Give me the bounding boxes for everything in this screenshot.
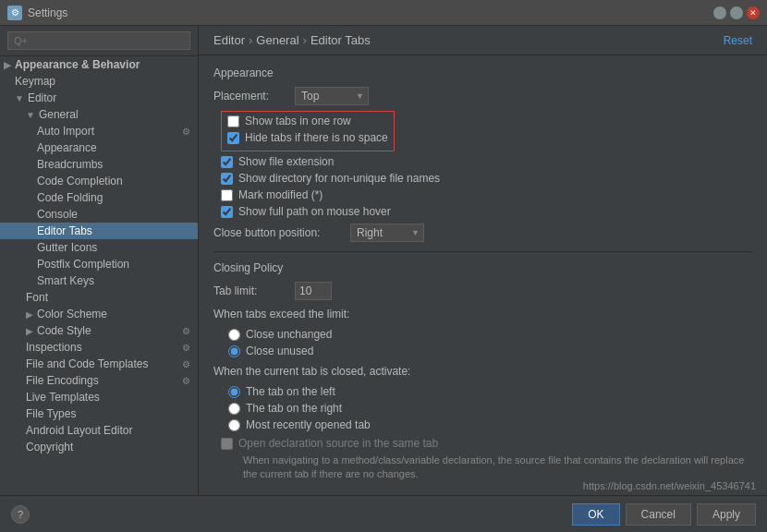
- minimize-button[interactable]: [713, 6, 726, 19]
- sidebar-item-gutter-icons[interactable]: Gutter Icons: [0, 239, 198, 256]
- open-declaration-row: Open declaration source in the same tab: [221, 437, 752, 450]
- show-full-path-row: Show full path on mouse hover: [221, 205, 752, 218]
- arrow-icon: ▶: [26, 309, 33, 320]
- close-unused-row: Close unused: [228, 345, 752, 357]
- breadcrumb-general: General: [256, 33, 298, 47]
- app-icon: ⚙: [7, 6, 22, 20]
- content-header: Editor › General › Editor Tabs Reset: [199, 26, 767, 55]
- close-button-position-select-wrapper: Right Left Hidden: [350, 224, 424, 242]
- sidebar-item-appearance[interactable]: Appearance: [0, 139, 198, 156]
- show-file-extension-row: Show file extension: [221, 155, 752, 168]
- breadcrumb-sep1: ›: [249, 33, 252, 47]
- most-recently-radio[interactable]: [228, 419, 240, 431]
- show-full-path-checkbox[interactable]: [221, 206, 233, 218]
- arrow-icon: ▶: [26, 326, 33, 336]
- bottom-bar: ? OK Cancel Apply: [0, 495, 767, 532]
- cancel-button[interactable]: Cancel: [626, 503, 691, 526]
- placement-row: Placement: Top Bottom Left Right: [213, 87, 752, 105]
- reset-link[interactable]: Reset: [724, 34, 752, 47]
- most-recently-row: Most recently opened tab: [228, 418, 752, 431]
- close-unchanged-radio[interactable]: [228, 329, 240, 341]
- show-full-path-label: Show full path on mouse hover: [238, 205, 391, 218]
- sidebar-item-general[interactable]: ▼ General: [0, 106, 198, 123]
- sidebar-item-copyright[interactable]: Copyright: [0, 439, 198, 455]
- settings-icon: ⚙: [182, 326, 190, 336]
- settings-icon: ⚙: [182, 343, 190, 353]
- sidebar-item-android-layout[interactable]: Android Layout Editor: [0, 422, 198, 439]
- hide-tabs-label: Hide tabs if there is no space: [245, 131, 388, 144]
- sidebar-item-font[interactable]: Font: [0, 289, 198, 306]
- sidebar-item-file-types[interactable]: File Types: [0, 405, 198, 422]
- hide-tabs-checkbox[interactable]: [227, 132, 239, 144]
- title-bar-controls: ✕: [713, 6, 760, 19]
- sidebar-item-smart-keys[interactable]: Smart Keys: [0, 272, 198, 289]
- show-file-extension-checkbox[interactable]: [221, 156, 233, 168]
- maximize-button[interactable]: [730, 6, 743, 19]
- tab-on-right-label: The tab on the right: [246, 402, 342, 415]
- close-unchanged-row: Close unchanged: [228, 328, 752, 341]
- close-unused-radio[interactable]: [228, 345, 240, 357]
- tab-limit-input[interactable]: [295, 282, 332, 300]
- close-button-position-select[interactable]: Right Left Hidden: [350, 224, 424, 242]
- show-tabs-one-row-label: Show tabs in one row: [245, 115, 351, 127]
- close-button[interactable]: ✕: [747, 6, 760, 19]
- arrow-icon: ▶: [4, 60, 11, 70]
- open-declaration-checkbox[interactable]: [221, 438, 233, 450]
- main-layout: ▶ Appearance & Behavior Keymap ▼ Editor …: [0, 26, 767, 495]
- placement-select[interactable]: Top Bottom Left Right: [295, 87, 369, 105]
- tab-on-left-row: The tab on the left: [228, 385, 752, 398]
- show-tabs-one-row-checkbox[interactable]: [227, 115, 239, 127]
- mark-modified-checkbox[interactable]: [221, 189, 233, 201]
- settings-icon: ⚙: [182, 359, 190, 369]
- sidebar-item-file-code-templates[interactable]: File and Code Templates ⚙: [0, 356, 198, 372]
- sidebar-item-editor[interactable]: ▼ Editor: [0, 90, 198, 106]
- breadcrumb: Editor › General › Editor Tabs: [213, 33, 371, 47]
- placement-label: Placement:: [213, 90, 287, 103]
- most-recently-label: Most recently opened tab: [246, 418, 371, 431]
- tab-limit-row: Tab limit:: [213, 282, 752, 300]
- arrow-icon: ▼: [26, 110, 35, 120]
- window-title: Settings: [28, 6, 713, 19]
- sidebar-item-appearance-behavior[interactable]: ▶ Appearance & Behavior: [0, 56, 198, 73]
- sidebar-item-code-folding[interactable]: Code Folding: [0, 189, 198, 206]
- sidebar-item-console[interactable]: Console: [0, 206, 198, 223]
- section-divider: [213, 251, 752, 252]
- sidebar-item-editor-tabs[interactable]: Editor Tabs: [0, 223, 198, 239]
- sidebar-item-live-templates[interactable]: Live Templates: [0, 389, 198, 405]
- sidebar-item-keymap[interactable]: Keymap: [0, 73, 198, 90]
- tab-on-right-radio[interactable]: [228, 403, 240, 415]
- content-body: Appearance Placement: Top Bottom Left Ri…: [199, 55, 767, 495]
- sidebar-item-color-scheme[interactable]: ▶ Color Scheme: [0, 306, 198, 322]
- apply-button[interactable]: Apply: [697, 503, 756, 526]
- sidebar-item-inspections[interactable]: Inspections ⚙: [0, 339, 198, 356]
- sidebar-item-postfix-completion[interactable]: Postfix Completion: [0, 256, 198, 272]
- show-directory-label: Show directory for non-unique file names: [238, 172, 440, 185]
- breadcrumb-editor: Editor: [213, 33, 245, 47]
- title-bar: ⚙ Settings ✕: [0, 0, 767, 26]
- show-directory-row: Show directory for non-unique file names: [221, 172, 752, 185]
- tab-on-left-label: The tab on the left: [246, 385, 335, 398]
- sidebar-item-file-encodings[interactable]: File Encodings ⚙: [0, 372, 198, 389]
- open-declaration-label: Open declaration source in the same tab: [238, 437, 438, 450]
- placement-select-wrapper: Top Bottom Left Right: [295, 87, 369, 105]
- sidebar-item-auto-import[interactable]: Auto Import ⚙: [0, 123, 198, 139]
- close-button-position-row: Close button position: Right Left Hidden: [213, 224, 752, 242]
- sidebar-item-code-completion[interactable]: Code Completion: [0, 173, 198, 189]
- when-current-closed-label: When the current tab is closed, activate…: [213, 365, 752, 378]
- tab-on-left-radio[interactable]: [228, 386, 240, 398]
- sidebar-item-breadcrumbs[interactable]: Breadcrumbs: [0, 156, 198, 173]
- search-input[interactable]: [7, 31, 190, 50]
- open-declaration-sub: When navigating to a method/class/variab…: [243, 453, 752, 482]
- ok-button[interactable]: OK: [572, 503, 619, 526]
- sidebar: ▶ Appearance & Behavior Keymap ▼ Editor …: [0, 26, 199, 495]
- breadcrumb-editor-tabs: Editor Tabs: [310, 33, 371, 47]
- close-button-position-label: Close button position:: [213, 226, 343, 239]
- show-tabs-one-row-row: Show tabs in one row: [227, 115, 388, 127]
- hide-tabs-row: Hide tabs if there is no space: [227, 131, 388, 144]
- appearance-section-label: Appearance: [213, 66, 752, 79]
- show-directory-checkbox[interactable]: [221, 173, 233, 185]
- settings-icon: ⚙: [182, 376, 190, 386]
- sidebar-item-code-style[interactable]: ▶ Code Style ⚙: [0, 322, 198, 339]
- help-button[interactable]: ?: [11, 505, 30, 524]
- breadcrumb-sep2: ›: [303, 33, 307, 47]
